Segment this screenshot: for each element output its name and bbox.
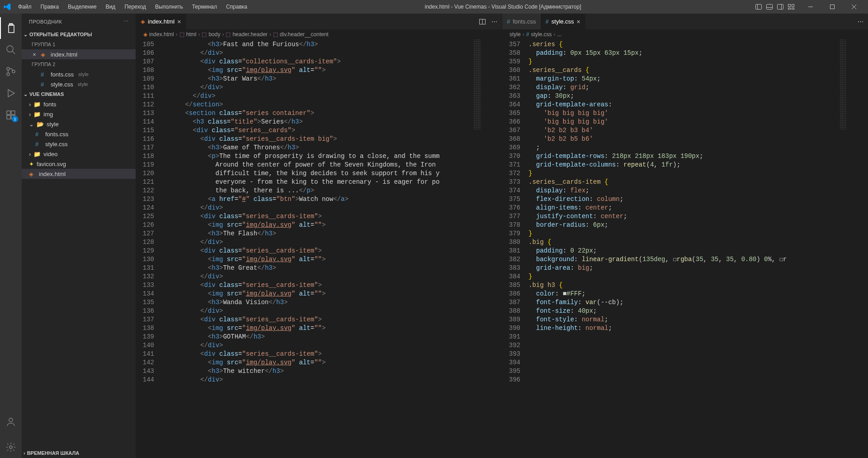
split-editor-icon[interactable] [479, 18, 486, 25]
svg-rect-21 [11, 111, 15, 114]
chevron-down-icon: ⌄ [29, 121, 34, 128]
folder-icon: 📁 [33, 151, 41, 157]
chevron-down-icon: ⌄ [24, 32, 28, 38]
activity-settings[interactable] [0, 436, 22, 458]
more-icon[interactable]: ⋯ [858, 18, 863, 25]
svg-point-18 [12, 70, 15, 73]
activity-extensions[interactable]: 1 [0, 104, 22, 126]
open-editor-fonts[interactable]: #fonts.cssstyle [22, 69, 136, 79]
file-favicon[interactable]: ✦ favicon.svg [22, 159, 136, 169]
sidebar-title: ПРОВОДНИК [29, 19, 123, 24]
open-editor-index[interactable]: ×◈index.html [22, 49, 136, 59]
code-1[interactable]: <h3>Fast and the Furious</h3> </div> <di… [162, 39, 470, 458]
editor-group-1: ◈index.html× ⋯ ◈index.html› ⬚html› ⬚body… [136, 14, 502, 458]
css-file-icon: # [35, 131, 42, 138]
layout-panel-bottom-icon[interactable] [766, 3, 773, 10]
menu-run[interactable]: Выполнить [151, 2, 187, 12]
folder-fonts[interactable]: › 📁 fonts [22, 99, 136, 109]
css-file-icon: # [41, 71, 48, 78]
project-header[interactable]: ⌄VUE CINEMAS [22, 89, 136, 99]
breadcrumbs-1[interactable]: ◈index.html› ⬚html› ⬚body› ⬚header.heade… [136, 29, 502, 39]
svg-rect-8 [788, 8, 791, 10]
maximize-button[interactable] [822, 0, 843, 14]
file-style-css[interactable]: #style.css [22, 139, 136, 149]
folder-style[interactable]: ⌄ 📂 style [22, 119, 136, 129]
breadcrumbs-2[interactable]: style› #style.css› ... [502, 29, 868, 39]
activity-debug[interactable] [0, 82, 22, 104]
bracket-icon: ⬚ [179, 31, 184, 38]
layout-panel-right-icon[interactable] [777, 3, 784, 10]
menu-help[interactable]: Справка [222, 2, 251, 12]
html-file-icon: ◈ [143, 31, 147, 38]
close-button[interactable] [844, 0, 864, 14]
tabs-2: #fonts.css #style.css× ⋯ [502, 14, 868, 29]
open-editor-style[interactable]: #style.cssstyle [22, 79, 136, 89]
menu-file[interactable]: Файл [14, 2, 35, 12]
css-file-icon: # [546, 18, 549, 25]
minimap-1[interactable]: ▬▬▬ ▬▬ ▬▬▬▬ ▬ ▬▬▬ ▬▬ ▬▬▬▬ ▬ ▬▬▬ ▬▬ ▬▬▬▬ … [470, 39, 502, 458]
sidebar: ПРОВОДНИК ⋯ ⌄ОТКРЫТЫЕ РЕДАКТОРЫ ГРУППА 1… [22, 14, 136, 458]
svg-point-25 [9, 446, 12, 448]
file-index[interactable]: ◈index.html [22, 169, 136, 179]
menu-edit[interactable]: Правка [37, 2, 63, 12]
css-file-icon: # [526, 31, 529, 38]
menu-terminal[interactable]: Терминал [189, 2, 221, 12]
svg-rect-7 [792, 5, 794, 7]
folder-img[interactable]: › 📁 img [22, 109, 136, 119]
folder-open-icon: 📂 [37, 121, 44, 128]
titlebar: Файл Правка Выделение Вид Переход Выполн… [0, 0, 868, 14]
chevron-right-icon: › [29, 111, 31, 118]
close-icon[interactable]: × [177, 18, 181, 25]
group-1-label: ГРУППА 1 [22, 39, 136, 49]
tab-index-html[interactable]: ◈index.html× [136, 14, 186, 29]
folder-icon: 📁 [33, 111, 41, 118]
minimize-button[interactable] [800, 0, 821, 14]
tab-style-css[interactable]: #style.css× [541, 14, 585, 29]
svg-rect-9 [792, 8, 794, 10]
layout-controls [755, 3, 795, 10]
close-icon[interactable]: × [31, 51, 38, 58]
svg-rect-0 [756, 5, 762, 10]
css-file-icon: # [35, 141, 42, 148]
open-editors-header[interactable]: ⌄ОТКРЫТЫЕ РЕДАКТОРЫ [22, 29, 136, 39]
timeline-header[interactable]: ›ВРЕМЕННАЯ ШКАЛА [22, 448, 136, 458]
html-file-icon: ◈ [41, 51, 48, 58]
svg-rect-22 [7, 115, 10, 119]
svg-rect-6 [788, 5, 791, 7]
menu-selection[interactable]: Выделение [64, 2, 100, 12]
extension-badge: 1 [12, 116, 18, 122]
css-file-icon: # [41, 81, 48, 88]
more-icon[interactable]: ⋯ [491, 18, 497, 25]
editors: ◈index.html× ⋯ ◈index.html› ⬚html› ⬚body… [136, 14, 868, 458]
file-fonts-css[interactable]: #fonts.css [22, 129, 136, 139]
menu-go[interactable]: Переход [121, 2, 150, 12]
code-2[interactable]: .series { padding: 0px 15px 63px 15px;}.… [528, 39, 836, 458]
folder-icon: 📁 [33, 101, 41, 108]
chevron-down-icon: ⌄ [24, 91, 28, 97]
activity-account[interactable] [0, 411, 22, 433]
more-icon[interactable]: ⋯ [123, 19, 129, 24]
svg-line-15 [12, 51, 15, 54]
vscode-logo [4, 3, 11, 10]
minimap-2[interactable]: ▬▬ ▬▬▬ ▬ ▬▬ ▬▬ ▬▬▬ ▬ ▬▬ ▬▬ ▬▬▬ ▬ ▬▬ ▬▬ ▬… [836, 39, 868, 458]
menu-view[interactable]: Вид [102, 2, 119, 12]
chevron-right-icon: › [29, 101, 31, 108]
bracket-icon: ⬚ [273, 31, 278, 38]
activity-explorer[interactable] [0, 17, 22, 39]
svg-point-24 [9, 418, 13, 422]
sidebar-header: ПРОВОДНИК ⋯ [22, 14, 136, 29]
html-file-icon: ◈ [29, 171, 36, 177]
layout-customize-icon[interactable] [788, 3, 795, 10]
activity-search[interactable] [0, 39, 22, 61]
code-area-2[interactable]: 357 358 359 360 361 362 363 364 365 366 … [502, 39, 868, 458]
svg-file-icon: ✦ [29, 161, 34, 167]
bracket-icon: ⬚ [202, 31, 207, 38]
chevron-right-icon: › [24, 450, 25, 456]
code-area-1[interactable]: 105 106 107 108 109 110 111 112 113 114 … [136, 39, 502, 458]
folder-video[interactable]: › 📁 video [22, 149, 136, 159]
svg-rect-4 [778, 5, 783, 10]
layout-panel-left-icon[interactable] [755, 3, 762, 10]
close-icon[interactable]: × [577, 18, 580, 25]
activity-scm[interactable] [0, 61, 22, 82]
tab-fonts-css[interactable]: #fonts.css [502, 14, 541, 29]
